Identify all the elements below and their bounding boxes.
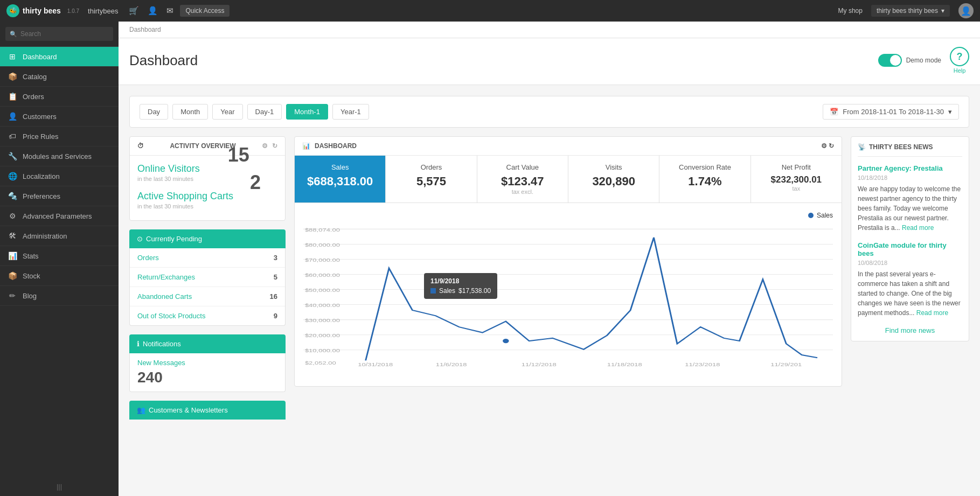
- pending-icon: ⊙: [137, 235, 143, 243]
- legend-dot-sales: [808, 213, 814, 218]
- stat-profit[interactable]: Net Profit $232,300.01 tax: [751, 156, 842, 202]
- catalog-nav-label: Catalog: [23, 73, 47, 81]
- sidebar-item-modules[interactable]: 🔧Modules and Services: [0, 146, 119, 166]
- gear-chart-icon[interactable]: ⚙: [821, 142, 827, 150]
- pending-link-return/exchanges[interactable]: Return/Exchanges: [137, 273, 195, 281]
- pending-count: 16: [270, 292, 277, 301]
- news-read-more-link[interactable]: Read more: [902, 224, 934, 232]
- nav-items-container: ⊞Dashboard📦Catalog📋Orders👤Customers🏷Pric…: [0, 47, 119, 306]
- online-visitors-value: 15: [228, 144, 249, 166]
- blog-nav-label: Blog: [23, 292, 37, 300]
- news-item: Partner Agency: Prestalia 10/18/2018 We …: [858, 164, 962, 233]
- refresh-icon[interactable]: ↻: [272, 142, 277, 150]
- svg-text:$50,000.00: $50,000.00: [305, 287, 340, 292]
- sidebar-item-catalog[interactable]: 📦Catalog: [0, 67, 119, 87]
- pending-row: Abandoned Carts16: [130, 287, 285, 306]
- modules-nav-label: Modules and Services: [23, 152, 92, 160]
- my-shop-link[interactable]: My shop: [838, 7, 863, 15]
- sidebar-item-localization[interactable]: 🌐Localization: [0, 166, 119, 186]
- top-nav-right: My shop thirty bees thirty bees ▾ 👤: [838, 3, 974, 18]
- sidebar-item-customers[interactable]: 👤Customers: [0, 107, 119, 127]
- administration-nav-icon: 🛠: [8, 232, 17, 240]
- main-content: Dashboard Dashboard Demo mode ? Help Day…: [119, 22, 980, 496]
- top-nav: 🐝 thirty bees 1.0.7 thirtybees 🛒 👤 ✉ Qui…: [0, 0, 980, 22]
- sidebar-item-price-rules[interactable]: 🏷Price Rules: [0, 127, 119, 146]
- filter-year1-button[interactable]: Year-1: [332, 104, 369, 120]
- quick-access-button[interactable]: Quick Access: [180, 5, 230, 17]
- chart-header-icons: ⚙ ↻: [821, 142, 834, 150]
- search-input[interactable]: [5, 27, 113, 41]
- sidebar-item-orders[interactable]: 📋Orders: [0, 87, 119, 107]
- toggle-switch[interactable]: [878, 54, 902, 67]
- news-read-more-link[interactable]: Read more: [916, 309, 948, 317]
- refresh-chart-icon[interactable]: ↻: [829, 142, 834, 150]
- sidebar-item-stock[interactable]: 📦Stock: [0, 266, 119, 286]
- stat-conversion-label: Conversion Rate: [668, 163, 741, 171]
- find-more-news-link[interactable]: Find more news: [858, 326, 962, 334]
- sidebar-item-blog[interactable]: ✏Blog: [0, 286, 119, 306]
- demo-mode-toggle[interactable]: Demo mode: [878, 54, 941, 67]
- search-box: 🔍: [0, 22, 119, 47]
- news-item: CoinGate module for thirty bees 10/08/20…: [858, 241, 962, 318]
- activity-title: ACTIVITY OVERVIEW: [170, 142, 235, 150]
- stat-sales-value: $688,318.00: [303, 174, 377, 188]
- logo: 🐝 thirty bees: [6, 4, 61, 17]
- sidebar-item-stats[interactable]: 📊Stats: [0, 246, 119, 266]
- stat-visits[interactable]: Visits 320,890: [568, 156, 659, 202]
- bee-logo-icon: 🐝: [6, 4, 19, 17]
- sidebar-item-dashboard[interactable]: ⊞Dashboard: [0, 47, 119, 67]
- pending-row: Orders3: [130, 248, 285, 268]
- filter-month-button[interactable]: Month: [172, 104, 208, 120]
- chart-area: Sales: [295, 203, 842, 386]
- news-item-title[interactable]: Partner Agency: Prestalia: [858, 164, 962, 172]
- stock-nav-icon: 📦: [8, 271, 17, 280]
- filter-day-button[interactable]: Day: [140, 104, 168, 120]
- chevron-down-icon: ▾: [941, 7, 944, 15]
- mail-icon[interactable]: ✉: [166, 6, 173, 16]
- pending-count: 3: [274, 254, 277, 262]
- orders-nav-icon: 📋: [8, 92, 17, 101]
- svg-point-19: [502, 338, 510, 344]
- svg-text:$80,000.00: $80,000.00: [305, 242, 340, 247]
- stat-profit-value: $232,300.01: [760, 174, 833, 185]
- new-messages-link[interactable]: New Messages: [137, 359, 185, 367]
- cart-icon[interactable]: 🛒: [129, 6, 139, 16]
- preferences-nav-label: Preferences: [23, 192, 60, 200]
- pending-link-orders[interactable]: Orders: [137, 254, 159, 262]
- store-name: thirtybees: [88, 7, 118, 15]
- user-menu-button[interactable]: thirty bees thirty bees ▾: [871, 5, 950, 17]
- sidebar-item-administration[interactable]: 🛠Administration: [0, 226, 119, 246]
- catalog-nav-icon: 📦: [8, 72, 17, 81]
- stat-sales[interactable]: Sales $688,318.00: [295, 156, 386, 202]
- activity-header-icons: ⚙ ↻: [262, 142, 277, 150]
- help-button[interactable]: ? Help: [950, 47, 969, 74]
- filter-day1-button[interactable]: Day-1: [247, 104, 282, 120]
- localization-nav-icon: 🌐: [8, 172, 17, 180]
- news-item-date: 10/08/2018: [858, 260, 962, 266]
- filter-year-button[interactable]: Year: [212, 104, 242, 120]
- date-range-label: From 2018-11-01 To 2018-11-30: [843, 108, 944, 116]
- page-header: Dashboard Demo mode ? Help: [119, 38, 980, 85]
- pending-link-out-of-stock-products[interactable]: Out of Stock Products: [137, 312, 205, 320]
- localization-nav-label: Localization: [23, 172, 60, 180]
- page-header-right: Demo mode ? Help: [878, 47, 969, 74]
- stat-orders[interactable]: Orders 5,575: [386, 156, 477, 202]
- sidebar-item-advanced[interactable]: ⚙Advanced Parameters: [0, 206, 119, 226]
- top-nav-icons: 🛒 👤 ✉: [129, 6, 173, 16]
- user-name-label: thirty bees thirty bees: [877, 7, 938, 15]
- avatar: 👤: [958, 3, 974, 18]
- date-range-picker[interactable]: 📅 From 2018-11-01 To 2018-11-30 ▾: [823, 104, 959, 120]
- user-icon[interactable]: 👤: [148, 6, 158, 16]
- stat-cart-value[interactable]: Cart Value $123.47 tax excl.: [477, 156, 568, 202]
- stats-row: Sales $688,318.00 Orders 5,575 Cart Valu…: [295, 156, 842, 203]
- sidebar-toggle-button[interactable]: |||: [0, 477, 119, 496]
- news-item-title[interactable]: CoinGate module for thirty bees: [858, 241, 962, 257]
- sidebar-item-preferences[interactable]: 🔩Preferences: [0, 186, 119, 206]
- filter-month1-button[interactable]: Month-1: [286, 104, 328, 120]
- news-card: 📡 THIRTY BEES NEWS Partner Agency: Prest…: [851, 136, 969, 341]
- svg-text:$70,000.00: $70,000.00: [305, 257, 340, 262]
- gear-icon[interactable]: ⚙: [262, 142, 268, 150]
- stat-conversion[interactable]: Conversion Rate 1.74%: [659, 156, 750, 202]
- stock-nav-label: Stock: [23, 272, 40, 280]
- pending-link-abandoned-carts[interactable]: Abandoned Carts: [137, 292, 192, 301]
